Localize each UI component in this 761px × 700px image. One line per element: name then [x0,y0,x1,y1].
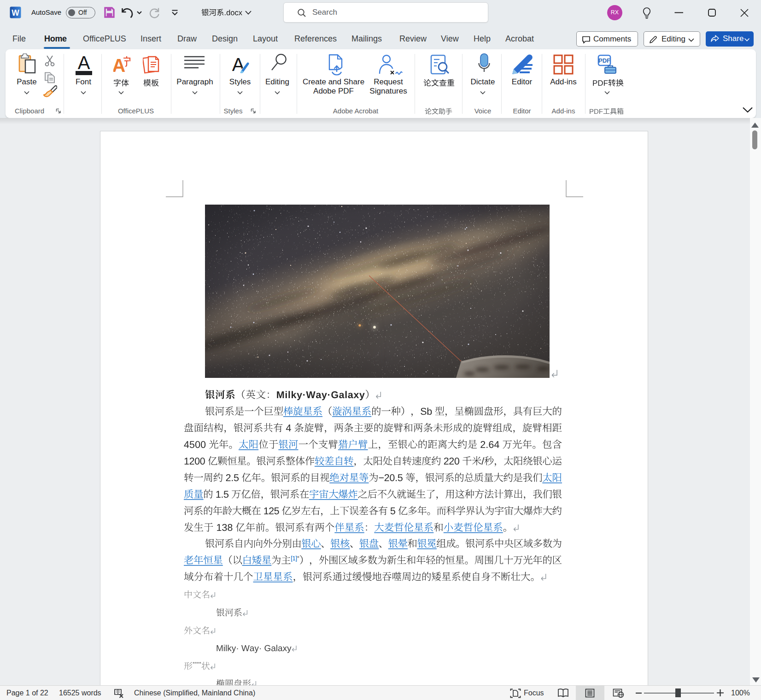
svg-text:PDF: PDF [598,57,610,64]
svg-text:A: A [78,53,90,73]
svg-text:W: W [12,8,19,18]
